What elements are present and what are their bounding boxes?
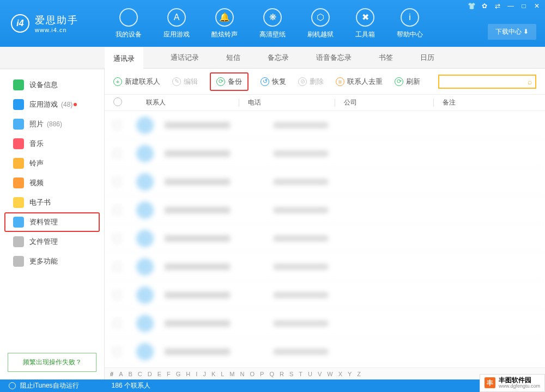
sidebar-icon <box>13 99 24 110</box>
alpha-G[interactable]: G <box>176 371 181 377</box>
help-link[interactable]: 频繁出现操作失败？ <box>8 353 96 372</box>
contact-row[interactable] <box>105 281 545 309</box>
tab-日历[interactable]: 日历 <box>420 47 434 69</box>
alpha-P[interactable]: P <box>260 371 264 377</box>
alpha-M[interactable]: M <box>229 371 234 377</box>
alpha-R[interactable]: R <box>280 371 284 377</box>
contact-row[interactable] <box>105 111 545 139</box>
contact-row[interactable] <box>105 168 545 196</box>
min-button[interactable]: — <box>507 2 514 10</box>
alpha-Q[interactable]: Q <box>269 371 274 377</box>
row-checkbox[interactable] <box>113 320 121 327</box>
tool-刷新[interactable]: ⟳刷新 <box>395 77 420 87</box>
alpha-N[interactable]: N <box>240 371 245 377</box>
tool-联系人去重[interactable]: ≡联系人去重 <box>336 77 383 87</box>
col-phone[interactable]: 电话 <box>239 98 335 107</box>
tab-通话记录[interactable]: 通话记录 <box>171 47 199 69</box>
nav-box[interactable]: ⬡刷机越狱 <box>307 8 334 39</box>
row-checkbox[interactable] <box>113 121 121 129</box>
nav-info[interactable]: i帮助中心 <box>397 8 423 39</box>
alpha-K[interactable]: K <box>211 371 215 377</box>
alpha-E[interactable]: E <box>158 371 161 377</box>
tool-新建联系人[interactable]: +新建联系人 <box>113 77 160 87</box>
sidebar-item-铃声[interactable]: 铃声 <box>0 154 104 173</box>
watermark: 丰 丰图软件园 www.dgfengtu.com <box>480 374 545 392</box>
close-button[interactable]: ✕ <box>533 2 541 10</box>
search-icon: ⌕ <box>528 77 532 86</box>
tab-备忘录[interactable]: 备忘录 <box>268 47 289 69</box>
nav-bell[interactable]: 🔔酷炫铃声 <box>211 8 238 39</box>
col-note[interactable]: 备注 <box>434 98 545 107</box>
alpha-D[interactable]: D <box>148 371 152 377</box>
sidebar-item-应用游戏[interactable]: 应用游戏(48) <box>0 95 104 114</box>
avatar-icon <box>136 258 154 275</box>
sidebar-item-文件管理[interactable]: 文件管理 <box>0 232 104 252</box>
nav-flower[interactable]: ❋高清壁纸 <box>259 8 286 39</box>
contact-row[interactable] <box>105 338 545 366</box>
nav-wrench[interactable]: ✖工具箱 <box>355 8 375 39</box>
contact-row[interactable] <box>105 196 545 224</box>
sidebar-item-音乐[interactable]: 音乐 <box>0 134 104 154</box>
alpha-#[interactable]: # <box>110 371 113 377</box>
row-checkbox[interactable] <box>113 178 121 186</box>
alpha-C[interactable]: C <box>138 371 142 377</box>
contact-row[interactable] <box>105 253 545 281</box>
alpha-Y[interactable]: Y <box>348 371 352 377</box>
tool-恢复[interactable]: ↺恢复 <box>261 77 286 87</box>
sidebar-icon <box>13 197 24 208</box>
alpha-I[interactable]: I <box>196 371 197 377</box>
sidebar-item-视频[interactable]: 视频 <box>0 173 104 193</box>
contact-row[interactable] <box>105 309 545 338</box>
tool-备份[interactable]: ⟳备份 <box>210 72 249 91</box>
sidebar-item-电子书[interactable]: 电子书 <box>0 193 104 212</box>
alpha-V[interactable]: V <box>318 371 322 377</box>
sidebar-item-更多功能[interactable]: 更多功能 <box>0 252 104 271</box>
sidebar-item-设备信息[interactable]: 设备信息 <box>0 75 104 95</box>
alpha-Z[interactable]: Z <box>357 371 361 377</box>
alpha-H[interactable]: H <box>186 371 190 377</box>
tab-通讯录[interactable]: 通讯录 <box>105 47 143 69</box>
tab-书签[interactable]: 书签 <box>379 47 393 69</box>
max-button[interactable]: □ <box>520 2 528 10</box>
gear-button[interactable]: ✿ <box>481 2 488 10</box>
search-box[interactable]: ⌕ <box>438 75 536 89</box>
alpha-U[interactable]: U <box>308 371 312 377</box>
sidebar-item-照片[interactable]: 照片(886) <box>0 114 104 134</box>
nav-appstore[interactable]: A应用游戏 <box>164 8 190 39</box>
alpha-X[interactable]: X <box>338 371 342 377</box>
contact-row[interactable] <box>105 139 545 168</box>
alpha-S[interactable]: S <box>289 371 293 377</box>
alpha-L[interactable]: L <box>221 371 224 377</box>
tool-删除: ⊘删除 <box>298 77 324 87</box>
download-center-button[interactable]: 下载中心 ⬇ <box>488 24 536 40</box>
row-checkbox[interactable] <box>113 235 121 242</box>
row-checkbox[interactable] <box>113 263 121 271</box>
tab-短信[interactable]: 短信 <box>226 47 240 69</box>
itunes-toggle-icon[interactable] <box>9 382 16 389</box>
tool-icon: ≡ <box>336 77 344 86</box>
row-checkbox[interactable] <box>113 291 121 299</box>
search-input[interactable] <box>443 78 528 85</box>
nav-apple[interactable]: 我的设备 <box>116 8 142 39</box>
alpha-A[interactable]: A <box>119 371 123 377</box>
row-checkbox[interactable] <box>113 206 121 214</box>
footer-count: 186 个联系人 <box>112 381 150 390</box>
tshirt-button[interactable]: 👕 <box>468 2 475 10</box>
alpha-W[interactable]: W <box>327 371 332 377</box>
row-checkbox[interactable] <box>113 348 121 356</box>
contact-row[interactable] <box>105 224 545 253</box>
alpha-F[interactable]: F <box>167 371 171 377</box>
swap-button[interactable]: ⇄ <box>494 2 501 10</box>
footer-itunes[interactable]: 阻止iTunes自动运行 <box>20 381 79 390</box>
col-company[interactable]: 公司 <box>335 98 433 107</box>
alpha-O[interactable]: O <box>250 371 255 377</box>
tab-语音备忘录[interactable]: 语音备忘录 <box>316 47 352 69</box>
row-checkbox[interactable] <box>113 150 121 157</box>
sidebar-item-资料管理[interactable]: 资料管理 <box>4 212 100 232</box>
sidebar-icon <box>13 138 24 149</box>
alpha-T[interactable]: T <box>299 371 302 377</box>
alpha-B[interactable]: B <box>128 371 132 377</box>
alpha-J[interactable]: J <box>203 371 206 377</box>
col-contact[interactable]: 联系人 <box>146 98 239 107</box>
select-all-checkbox[interactable] <box>113 97 122 106</box>
